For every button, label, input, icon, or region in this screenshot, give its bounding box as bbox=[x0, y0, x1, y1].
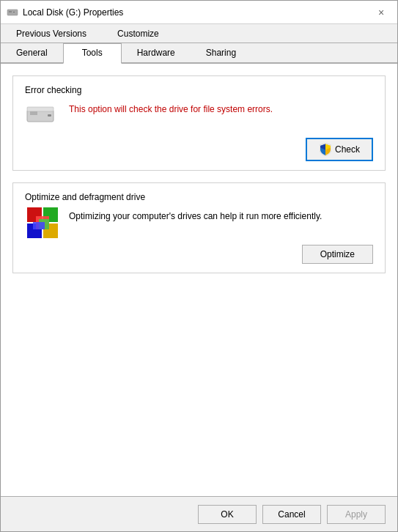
svg-rect-5 bbox=[30, 111, 37, 115]
tab-row-top: Previous Versions Customize bbox=[1, 24, 397, 43]
tab-sharing[interactable]: Sharing bbox=[191, 43, 251, 62]
uac-shield-icon bbox=[319, 143, 332, 156]
error-checking-footer: Check bbox=[25, 138, 373, 161]
svg-rect-1 bbox=[9, 11, 12, 12]
check-button-label: Check bbox=[335, 144, 360, 155]
error-checking-title: Error checking bbox=[25, 85, 373, 95]
optimize-button[interactable]: Optimize bbox=[302, 245, 373, 264]
apply-button[interactable]: Apply bbox=[327, 505, 386, 524]
svg-rect-2 bbox=[13, 12, 15, 12]
optimize-body: Optimizing your computer's drives can he… bbox=[25, 210, 373, 236]
optimize-description: Optimizing your computer's drives can he… bbox=[69, 210, 373, 223]
error-checking-section: Error checking This option will check th… bbox=[12, 75, 386, 171]
title-bar-left: Local Disk (G:) Properties bbox=[7, 7, 123, 18]
tab-previous-versions[interactable]: Previous Versions bbox=[1, 24, 102, 43]
tab-general[interactable]: General bbox=[1, 43, 63, 62]
content-area: Error checking This option will check th… bbox=[1, 64, 397, 496]
dialog-footer: OK Cancel Apply bbox=[1, 496, 397, 531]
defrag-icon bbox=[25, 210, 60, 236]
disk-icon bbox=[25, 103, 60, 129]
close-button[interactable]: × bbox=[371, 2, 391, 23]
cancel-button[interactable]: Cancel bbox=[262, 505, 321, 524]
tab-tools[interactable]: Tools bbox=[63, 43, 122, 64]
svg-rect-6 bbox=[48, 114, 51, 117]
error-checking-description: This option will check the drive for fil… bbox=[69, 103, 373, 116]
tab-row-bottom: General Tools Hardware Sharing bbox=[1, 43, 397, 64]
ok-button[interactable]: OK bbox=[198, 505, 257, 524]
svg-rect-4 bbox=[27, 107, 54, 111]
tab-hardware[interactable]: Hardware bbox=[122, 43, 191, 62]
optimize-footer: Optimize bbox=[25, 245, 373, 264]
main-window: Local Disk (G:) Properties × Previous Ve… bbox=[0, 0, 398, 532]
tab-customize[interactable]: Customize bbox=[102, 24, 174, 43]
check-button[interactable]: Check bbox=[306, 138, 373, 161]
window-title: Local Disk (G:) Properties bbox=[23, 7, 123, 18]
optimize-title: Optimize and defragment drive bbox=[25, 192, 373, 202]
drive-title-icon bbox=[7, 7, 18, 18]
error-checking-body: This option will check the drive for fil… bbox=[25, 103, 373, 129]
svg-rect-13 bbox=[33, 222, 45, 229]
title-bar: Local Disk (G:) Properties × bbox=[1, 1, 397, 24]
optimize-section: Optimize and defragment drive bbox=[12, 182, 386, 273]
